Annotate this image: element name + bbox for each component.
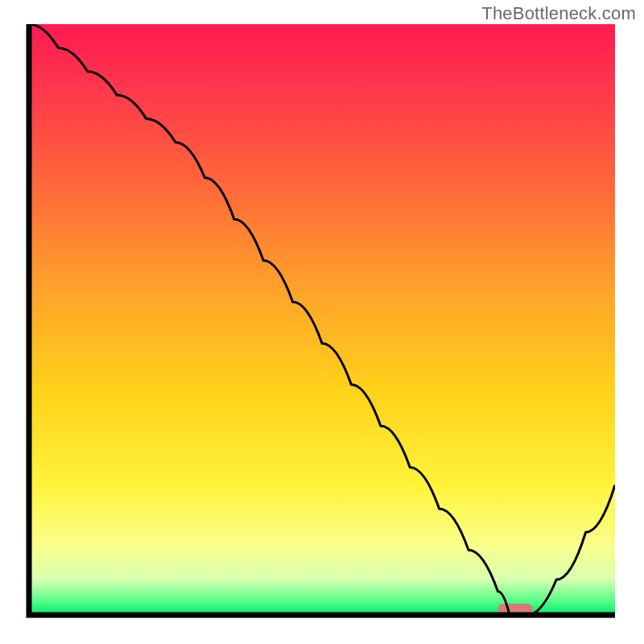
bottleneck-chart	[0, 0, 644, 644]
chart-container: TheBottleneck.com	[0, 0, 644, 644]
gradient-background	[29, 24, 615, 615]
watermark-text: TheBottleneck.com	[481, 3, 636, 24]
plot-area	[29, 24, 615, 615]
